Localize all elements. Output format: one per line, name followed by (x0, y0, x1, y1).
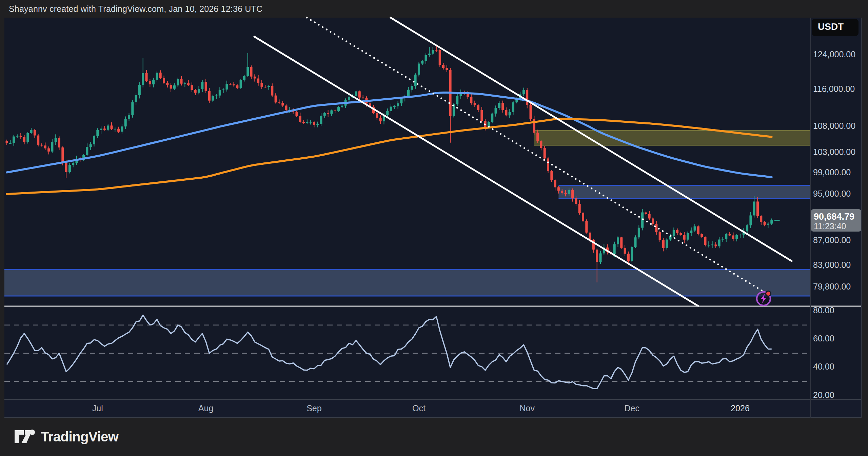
time-axis-label: Nov (519, 403, 535, 413)
time-axis-label: Dec (624, 403, 639, 413)
resistance-zone[interactable] (534, 131, 810, 145)
rsi-axis-label: 20.00 (813, 390, 834, 400)
chart-canvas[interactable]: 124,000.00116,000.00108,000.00103,000.00… (0, 0, 868, 456)
tradingview-logo-icon (14, 428, 35, 445)
price-axis-label: 103,000.00 (813, 147, 855, 157)
rsi-axis-label: 60.00 (813, 334, 834, 343)
time-axis-label: 2026 (731, 403, 750, 413)
currency-badge-label: USDT (818, 21, 844, 32)
brand-footer: TradingView (14, 428, 118, 445)
last-price-marker (774, 220, 780, 221)
tradingview-wordmark: TradingView (41, 429, 118, 444)
price-axis-label: 87,000.00 (813, 235, 851, 245)
last-price-label: 90,684.79 (814, 212, 854, 222)
time-axis-label: Jul (92, 403, 103, 413)
price-axis-label: 116,000.00 (813, 84, 855, 94)
flash-icon[interactable] (757, 291, 771, 306)
price-axis-label: 124,000.00 (813, 49, 855, 59)
price-axis-label: 79,800.00 (813, 282, 851, 291)
price-axis-label: 99,000.00 (813, 167, 851, 177)
chart-background (4, 18, 862, 418)
time-axis-label: Sep (307, 403, 321, 413)
last-price-badge: 90,684.7911:23:40 (811, 209, 861, 232)
price-axis-label: 108,000.00 (813, 121, 855, 131)
page: Shayannv created with TradingView.com, J… (0, 0, 868, 456)
support-zone[interactable] (4, 270, 810, 296)
price-axis-label: 95,000.00 (813, 189, 851, 198)
bar-countdown-label: 11:23:40 (814, 221, 846, 231)
time-axis-label: Oct (412, 403, 426, 413)
rsi-axis-label: 80.00 (813, 305, 834, 315)
time-axis-label: Aug (198, 403, 213, 413)
price-axis-label: 83,000.00 (813, 260, 851, 270)
currency-badge[interactable]: USDT (812, 19, 859, 36)
rsi-axis-label: 40.00 (813, 362, 834, 371)
